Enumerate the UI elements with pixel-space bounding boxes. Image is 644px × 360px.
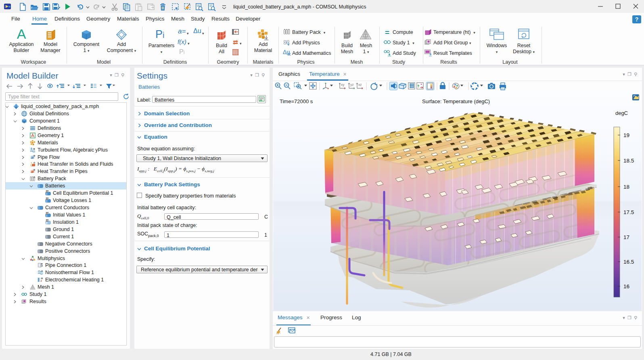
svg-text:xz: xz <box>358 83 362 87</box>
svg-text:17.5: 17.5 <box>623 209 634 215</box>
svg-text:18: 18 <box>623 184 629 190</box>
svg-text:18.5: 18.5 <box>623 158 634 164</box>
svg-text:17: 17 <box>623 234 629 240</box>
svg-text:16.5: 16.5 <box>623 259 634 265</box>
svg-text:yz: yz <box>350 83 354 87</box>
svg-text:19: 19 <box>623 132 629 138</box>
svg-text:16: 16 <box>623 283 629 289</box>
svg-text:xy: xy <box>341 83 345 87</box>
